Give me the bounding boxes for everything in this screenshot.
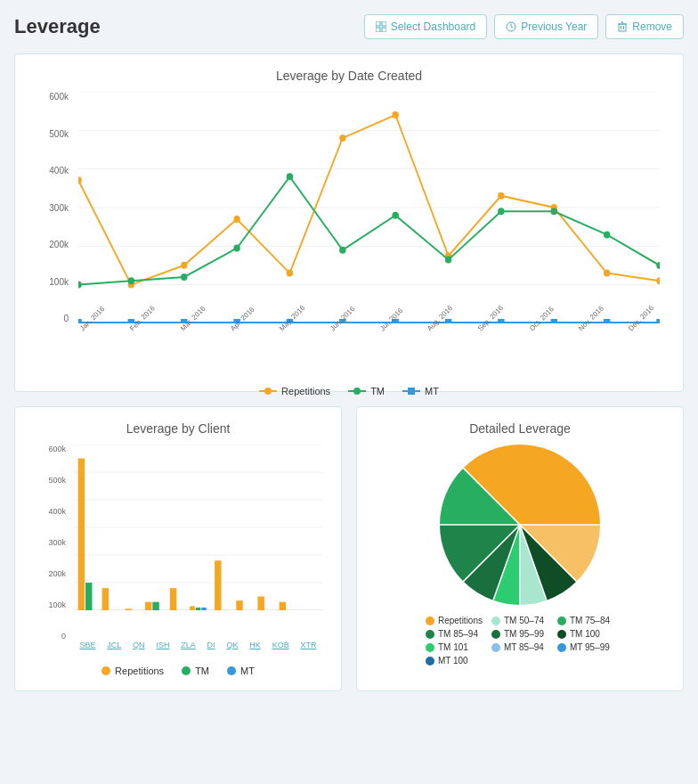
svg-point-24 [339,135,345,142]
svg-point-29 [604,270,610,277]
svg-point-21 [181,262,187,269]
bar-x-axis: SBE JCL QN ISH ZLA DI QK HK KOB XTR [74,641,322,658]
svg-rect-1 [382,21,386,26]
pie-legend-tm100: TM 100 [557,629,614,639]
svg-point-38 [445,257,451,264]
svg-point-23 [287,270,293,277]
svg-point-22 [233,216,239,223]
previous-year-button[interactable]: Previous Year [494,14,598,39]
svg-rect-64 [102,588,109,610]
pie-chart-card: Detailed Leverage [356,406,684,691]
bar-chart-title: Leverage by Client [29,421,327,436]
svg-point-36 [339,247,345,254]
legend-tm-label: TM [370,386,385,396]
header-buttons: Select Dashboard Previous Year Remove [364,14,684,39]
svg-rect-3 [382,28,386,32]
bar-legend-repetitions-label: Repetitions [115,666,164,676]
pie-legend-tm85: TM 85–94 [426,629,483,639]
svg-rect-7 [619,24,626,31]
svg-point-39 [498,208,504,215]
svg-rect-71 [201,608,207,610]
bar-chart-card: Leverage by Client 600k 500k 400k 300k 2… [14,406,342,691]
pie-legend-tm50: TM 50–74 [491,616,548,625]
svg-rect-73 [236,600,242,610]
pie-legend-mt100: MT 100 [426,656,483,666]
svg-rect-69 [190,606,195,610]
pie-legend-mt85: MT 85–94 [491,642,548,652]
svg-rect-2 [376,28,380,32]
legend-tm: TM [348,386,385,396]
svg-rect-68 [170,588,176,610]
pie-legend-mt95: MT 95–99 [557,642,614,652]
bar-legend-mt-label: MT [240,666,255,676]
pie-legend-tm95: TM 95–99 [491,629,548,639]
dashboard-icon [376,21,386,32]
svg-point-34 [233,245,239,252]
line-chart-title: Leverage by Date Created [29,69,669,83]
remove-button[interactable]: Remove [605,14,684,39]
svg-point-25 [392,111,398,118]
svg-point-19 [78,176,82,184]
pie-chart-svg [431,445,609,605]
svg-point-40 [551,208,557,215]
clock-icon [506,21,516,32]
svg-point-32 [128,277,134,284]
svg-point-31 [78,282,82,289]
legend-mt: MT [402,386,439,396]
pie-legend-repetitions: Repetitions [426,616,483,625]
svg-rect-65 [126,608,132,610]
svg-rect-75 [280,602,286,610]
svg-point-41 [604,231,610,238]
svg-point-27 [498,192,504,200]
select-dashboard-button[interactable]: Select Dashboard [364,14,487,39]
svg-rect-70 [196,608,201,610]
svg-rect-63 [85,583,92,610]
bar-chart-area: 600k 500k 400k 300k 200k 100k 0 [29,445,327,658]
bar-legend-mt: MT [227,666,255,676]
page-title: Leverage [14,15,101,38]
trash-icon [617,21,628,32]
svg-point-30 [656,277,660,284]
svg-rect-67 [152,602,158,610]
svg-rect-66 [145,602,151,610]
line-chart-legend: Repetitions TM MT [29,386,669,396]
svg-point-33 [181,274,187,281]
svg-point-35 [287,173,293,180]
svg-rect-72 [215,560,221,610]
bar-chart-svg [74,445,322,610]
pie-chart-legend: Repetitions TM 50–74 TM 75–84 TM 85–94 T… [426,616,614,666]
bar-legend-tm: TM [182,666,209,676]
bar-legend-repetitions: Repetitions [101,666,164,676]
line-chart-svg [78,92,660,323]
repetitions-line [78,115,660,285]
svg-rect-0 [376,21,380,26]
svg-point-37 [392,212,398,219]
bottom-row: Leverage by Client 600k 500k 400k 300k 2… [14,406,684,706]
line-chart-card: Leverage by Date Created 600k 500k 400k … [14,53,684,392]
legend-repetitions-label: Repetitions [281,386,330,396]
y-axis: 600k 500k 400k 300k 200k 100k 0 [29,92,74,323]
legend-mt-label: MT [425,386,439,396]
line-chart-container: 600k 500k 400k 300k 200k 100k 0 [29,92,669,377]
pie-legend-tm75: TM 75–84 [557,616,614,625]
svg-line-6 [511,27,514,28]
bar-y-axis: 600k 500k 400k 300k 200k 100k 0 [29,445,69,641]
pie-chart-title: Detailed Leverage [371,421,669,436]
pie-legend-tm101: TM 101 [426,642,483,652]
svg-rect-74 [257,596,264,610]
bar-legend-tm-label: TM [195,666,209,676]
pie-container: Repetitions TM 50–74 TM 75–84 TM 85–94 T… [371,445,669,666]
x-axis: Jan, 2016 Feb, 2016 Mar, 2016 Apr, 2016 … [78,323,660,350]
bar-chart-legend: Repetitions TM MT [29,666,327,676]
legend-repetitions: Repetitions [259,386,330,396]
svg-rect-62 [78,459,85,610]
